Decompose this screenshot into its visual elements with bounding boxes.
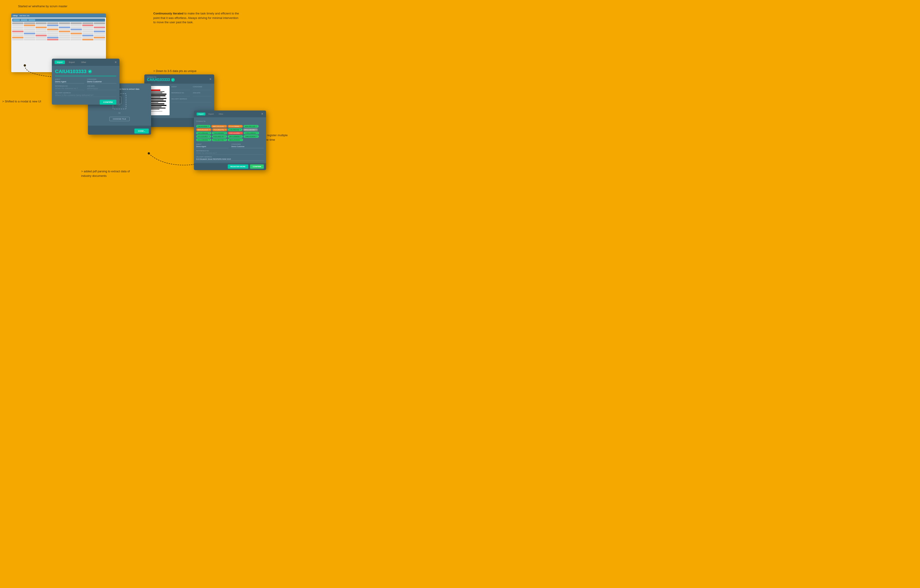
wireframe-td <box>12 31 23 32</box>
container-tag[interactable]: OOCU1419991 ✕ <box>228 132 243 134</box>
container-tag[interactable]: OCLU1314517 ✕ <box>196 135 211 138</box>
consignee-value: Demo Customer <box>87 81 117 83</box>
wireframe-td <box>47 39 58 40</box>
container-tag[interactable]: FCKU5616752 ✕ <box>212 128 227 131</box>
wireframe-td <box>12 24 23 26</box>
wireframe-th <box>94 22 105 24</box>
reference-field: Reference No. Whats the reference no.? <box>55 85 84 90</box>
modal-1-close-icon[interactable]: ✕ <box>115 61 117 64</box>
wireframe-td <box>12 35 23 36</box>
modal-4-tab-import[interactable]: Import <box>197 113 206 115</box>
container-tag[interactable]: CMAU4226340 ✕ <box>243 135 259 138</box>
wireframe-td <box>36 29 47 30</box>
delivery-field: Delivery Address Where is this container… <box>55 92 117 97</box>
container-tag[interactable]: MWCU5132163 ✕ <box>211 125 227 128</box>
modal-4-ref-input[interactable]: Whats the reference no.? <box>196 152 264 155</box>
delivery-input[interactable]: Where is this container being delivered … <box>55 94 117 97</box>
wireframe-td <box>47 35 58 36</box>
container-tag[interactable]: DRYU2596300 ✕ <box>228 135 243 138</box>
modal-4-consignee-value: Demo Customer <box>232 146 264 148</box>
container-tag[interactable]: CAIU4982308 ✕ <box>228 128 242 131</box>
wireframe-th <box>59 22 70 24</box>
wireframe-td <box>12 29 23 30</box>
wireframe-td <box>71 33 82 34</box>
wireframe-th <box>47 22 58 24</box>
modal-3-delivery-input[interactable] <box>172 100 212 102</box>
doc-content <box>148 89 168 113</box>
modal-4-tab-export[interactable]: Export <box>207 113 215 115</box>
modal-4-confirm-button[interactable]: CONFIRM <box>250 164 264 169</box>
modal-4-container-label-row: Container No. <box>194 117 266 123</box>
modal-4-tab-other[interactable]: Other <box>217 113 225 115</box>
modal-3-reference: Reference No. <box>172 92 190 96</box>
modal-1-confirm-button[interactable]: CONFIRM <box>100 100 117 105</box>
modal-3-container-number-row: CAIU4103333 <box>147 78 175 82</box>
wireframe-td <box>59 37 70 38</box>
wireframe-td <box>12 27 23 28</box>
modal-3-jobdate-input[interactable] <box>193 94 212 96</box>
container-tag[interactable]: OCLU1904304 ✕ <box>196 138 211 141</box>
wireframe-btn-1 <box>13 19 20 21</box>
modal-2-confirm-button[interactable]: CONF... <box>134 128 149 133</box>
modal-4-ref-label: Reference No. <box>196 150 264 152</box>
container-tag[interactable]: CAIU4103333 ✕ <box>196 125 211 128</box>
modal-3-delivery: Delivery Address <box>172 98 212 102</box>
modal-4-delivery-value: 619 Elizabeth Street REDFERN NSW 2015 <box>196 158 264 161</box>
wireframe-table-header <box>12 22 105 24</box>
modal-4-delivery: Delivery Address 619 Elizabeth Street RE… <box>196 156 264 161</box>
container-tag[interactable]: CXRU1068430 ✕ <box>244 132 259 134</box>
wireframe-td <box>59 24 70 26</box>
wireframe-row <box>12 27 105 28</box>
container-tag[interactable]: MSKU5511320 ✕ <box>243 125 259 128</box>
wireframe-toolbar <box>12 18 105 22</box>
modal-tab-other[interactable]: Other <box>79 60 89 64</box>
wireframe-td <box>82 37 94 38</box>
wireframe-td <box>82 29 94 30</box>
modal-4-consignee: Consignee Demo Customer <box>232 143 264 148</box>
modal-4-close-icon[interactable]: ✕ <box>261 112 263 115</box>
wireframe-td <box>94 33 105 34</box>
wireframe-td <box>36 39 47 40</box>
modal-tab-export[interactable]: Export <box>67 60 77 64</box>
modal-3-ref-label: Reference No. <box>172 92 190 94</box>
wireframe-td <box>94 39 105 40</box>
container-tag[interactable]: BRSU1904485 ✕ <box>243 128 258 131</box>
wireframe-row <box>12 29 105 30</box>
choose-file-button[interactable]: CHOOSE FILE <box>109 117 130 121</box>
wireframe-th <box>12 22 23 24</box>
modal-4-container-no-label: Container No. <box>196 120 206 122</box>
wireframe-td <box>24 27 35 28</box>
modal-3-agent-input[interactable] <box>172 88 190 90</box>
modal-tab-import[interactable]: Import <box>55 60 65 64</box>
container-tag[interactable]: FCUU1566860 ✕ <box>228 125 243 128</box>
annotation-wireframe: Started w/ wireframe by scrum master <box>18 4 67 8</box>
wireframe-td <box>59 27 70 28</box>
wireframe-row <box>12 39 105 40</box>
container-tag[interactable]: PONU8047060 ✕ <box>212 138 227 141</box>
modal-3-ref-input[interactable] <box>172 94 190 96</box>
agent-field: Agent Demo Agent <box>55 78 84 83</box>
container-tag[interactable]: UACU3581820 ✕ <box>196 132 211 134</box>
wireframe-td <box>59 35 70 36</box>
wireframe-td <box>94 24 105 26</box>
job-date-field: Job Date dd/mm/yyyy <box>87 85 117 90</box>
container-tags-grid: CAIU4103333 ✕MWCU5132163 ✕FCUU1566860 ✕M… <box>194 123 266 142</box>
wireframe-td <box>94 35 105 36</box>
container-tag[interactable]: PGDU4561797 ✕ <box>212 135 227 138</box>
modal-4-agent-label: Agent <box>196 143 228 145</box>
container-tag[interactable]: MEDU2549330 ✕ <box>228 138 243 141</box>
modal-multiple-containers: Import Export Other ✕ Container No. CAIU… <box>194 110 266 170</box>
wireframe-td <box>94 29 105 30</box>
register-more-button[interactable]: REGISTER MORE <box>228 164 248 169</box>
wireframe-td <box>24 24 35 26</box>
container-tag[interactable]: TGHU9464690 ✕ <box>212 132 227 134</box>
wireframe-th <box>24 22 35 24</box>
container-tag[interactable]: BMOU5123167 ✕ <box>196 128 212 131</box>
modal-3-consignee-input[interactable] <box>193 88 212 90</box>
wireframe-td <box>47 31 58 32</box>
reference-input[interactable]: Whats the reference no.? <box>55 87 84 90</box>
job-date-input[interactable]: dd/mm/yyyy <box>87 87 117 90</box>
modal-3-close-icon[interactable]: ✕ <box>209 78 212 81</box>
wireframe-th <box>82 22 94 24</box>
wireframe-td <box>12 33 23 34</box>
